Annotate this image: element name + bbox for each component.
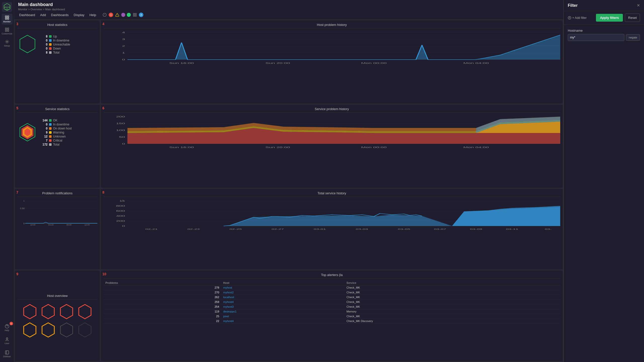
nav-icon-grid[interactable] [132,12,137,17]
widget-num-6: 6 [102,106,104,110]
breadcrumb: Monitor > Overview > Main dashboard [18,8,559,11]
svg-text:Sun 16:00: Sun 16:00 [169,62,194,64]
nav-dashboards[interactable]: Dashboards [50,13,70,17]
svg-text:0.50: 0.50 [20,207,25,210]
table-row: 119deskoppc1Memory [103,309,560,314]
filter-body: Hostname negate [564,25,644,362]
svg-text:03-05: 03-05 [398,228,410,230]
sidebar-item-monitor-label: Monitor [3,20,11,23]
svg-rect-3 [5,16,7,17]
svg-text:0: 0 [122,58,125,61]
add-filter-button[interactable]: + Add filter [568,16,587,20]
nav-num-2[interactable]: 2 [139,13,143,17]
host-problem-chart: 4 3 2 1 0 Sun 16:00 Sun 20:00 Mon 00:00 … [103,30,560,66]
host-stats-widget: 3 Host statistics 8 Up 0 [15,20,100,104]
filter-header: Filter ✕ [564,0,644,11]
hex-1[interactable] [22,303,38,320]
filter-close-button[interactable]: ✕ [637,3,640,8]
svg-text:200: 200 [116,115,125,118]
sidebar-item-setup[interactable]: Setup [2,38,13,49]
svg-point-13 [6,338,8,339]
sidebar-item-user[interactable]: User [2,335,13,346]
table-row: 270myhost2Check_MK [103,290,560,295]
header: Main dashboard Monitor > Overview > Main… [14,0,564,20]
stat-row-svc-indowntime: 0 In downtime [42,123,72,126]
svg-text:Sun 20:00: Sun 20:00 [265,62,290,64]
svg-text:02-27: 02-27 [272,228,284,230]
sidebar-item-help[interactable]: 6 Help [2,322,13,333]
svg-marker-93 [79,304,91,319]
nav-bar: Dashboard Add Dashboards Display Help 1 … [18,11,559,17]
filter-title: Filter [568,3,578,8]
service-hex-container [17,122,37,143]
svg-text:mk: mk [6,8,8,10]
apply-filters-button[interactable]: Apply filters [596,14,623,22]
problem-notifications-title: Problem notifications [17,191,97,197]
host-problem-title: Host problem history [103,23,560,28]
sidebar-item-sidebar[interactable]: Sidebar [2,348,13,359]
page-title: Main dashboard [18,2,559,7]
nav-display[interactable]: Display [73,13,86,17]
nav-add[interactable]: Add [39,13,47,17]
total-service-title: Total service history [103,191,560,197]
sidebar-item-customize-label: Customize [2,32,12,35]
sidebar-item-monitor[interactable]: Monitor [2,14,13,25]
nav-icon-purple[interactable] [121,13,125,17]
host-stat-list: 8 Up 0 In downtime 0 Unreachable [42,34,70,55]
nav-icon-warning[interactable] [115,12,120,17]
svg-text:03-03: 03-03 [356,228,368,230]
svg-rect-19 [135,13,137,15]
hex-4[interactable] [77,303,93,320]
svg-marker-95 [42,323,54,337]
svg-rect-4 [7,16,9,17]
col-service: Service [344,281,560,285]
service-stats-widget: 5 Service statistics 144 OK [15,104,100,188]
hex-7[interactable] [58,322,75,338]
nav-dashboard[interactable]: Dashboard [18,13,36,17]
hex-6[interactable] [40,322,56,338]
stat-row-total-svc: 172 Total [42,143,72,146]
sidebar-item-customize[interactable]: Customize [2,26,13,37]
top-alerters-widget: 10 Top alerters (la Problems Host Servic… [101,270,563,361]
nav-help[interactable]: Help [88,13,97,17]
service-stat-list: 144 OK 0 In downtime 0 On down host [42,118,72,147]
svg-text:50: 50 [119,136,125,138]
svg-marker-22 [20,35,35,53]
svg-text:0: 0 [23,222,25,225]
hex-5[interactable] [22,322,38,338]
svg-text:03-09: 03-09 [470,228,482,230]
reset-filters-button[interactable]: Reset [625,14,640,22]
stat-row-unknown: 12 Unknown [42,135,72,138]
stat-row-ondownhost: 0 On down host [42,127,72,130]
svg-rect-5 [5,18,7,19]
hex-8[interactable] [77,322,93,338]
col-host: Host [221,281,344,285]
app-logo[interactable]: check mk [2,2,12,12]
svg-text:02-23: 02-23 [187,228,200,230]
nav-icons: 1 2 [102,12,143,17]
hex-3[interactable] [58,303,75,320]
widget-num-8: 8 [102,190,104,194]
nav-icon-info[interactable] [102,12,107,17]
hostname-label: Hostname [568,29,640,32]
svg-marker-92 [60,304,73,319]
stat-row-unreachable: 0 Unreachable [42,43,70,46]
svg-text:150: 150 [116,122,125,125]
table-row: 254myhost3Check_MK [103,304,560,309]
nav-num-1[interactable]: 1 [109,13,113,17]
svg-text:02-21: 02-21 [145,228,158,230]
user-label: User [5,342,9,345]
table-row: 25pixelCheck_MK [103,314,560,319]
svg-text:Mon 00:00: Mon 00:00 [361,62,387,64]
svg-text:3: 3 [122,38,125,40]
service-problem-chart: 200 150 100 50 0 Sun 16:00 Sun 20:00 Mon… [103,114,560,150]
svg-rect-10 [7,30,9,31]
svg-point-11 [6,41,8,42]
hostname-input[interactable] [568,34,624,41]
negate-button[interactable]: negate [626,34,640,41]
hostname-input-row: negate [568,34,640,41]
table-row: 22myhost4Check_MK Discovery [103,319,560,324]
svg-text:03-01: 03-01 [314,228,326,230]
hex-2[interactable] [40,303,56,320]
nav-icon-green[interactable] [127,13,131,17]
